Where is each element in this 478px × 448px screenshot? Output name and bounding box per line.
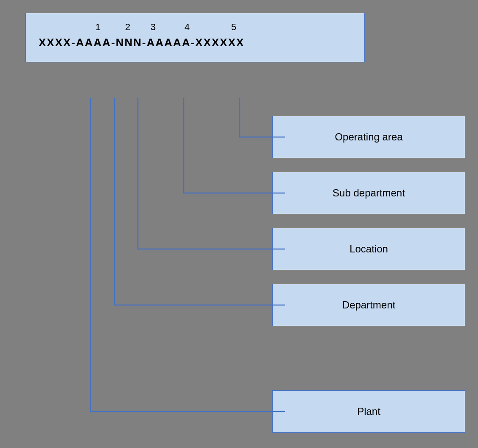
line-col2-department	[115, 98, 285, 305]
code-box: 1 2 3 4 5 XXXX-AAAA-NNN-AAAAA-XXXXXX	[25, 13, 365, 62]
operating-area-box: Operating area	[272, 116, 465, 158]
line-col1-plant	[90, 98, 285, 412]
col-num-5: 5	[208, 22, 259, 33]
col-num-3: 3	[140, 22, 166, 33]
sub-department-box: Sub department	[272, 172, 465, 214]
location-box: Location	[272, 228, 465, 270]
location-label: Location	[349, 243, 388, 255]
col-num-4: 4	[166, 22, 208, 33]
connector-lines	[0, 0, 478, 448]
col-num-2: 2	[115, 22, 140, 33]
line-col4-subdept	[184, 98, 285, 193]
line-col3-location	[138, 98, 285, 249]
operating-area-label: Operating area	[335, 131, 403, 143]
code-string: XXXX-AAAA-NNN-AAAAA-XXXXXX	[39, 36, 352, 49]
col-num-1: 1	[81, 22, 115, 33]
department-label: Department	[342, 299, 395, 311]
department-box: Department	[272, 284, 465, 326]
sub-department-label: Sub department	[333, 187, 405, 199]
column-numbers: 1 2 3 4 5	[39, 22, 352, 33]
plant-box: Plant	[272, 390, 465, 433]
plant-label: Plant	[357, 406, 380, 417]
